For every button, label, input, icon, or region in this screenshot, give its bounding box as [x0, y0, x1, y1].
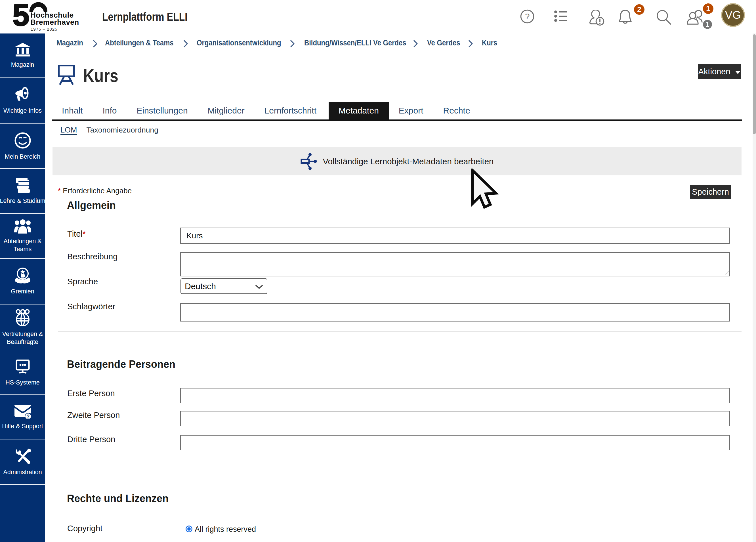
svg-text:?: ?	[26, 414, 29, 419]
svg-text:?: ?	[525, 12, 530, 21]
